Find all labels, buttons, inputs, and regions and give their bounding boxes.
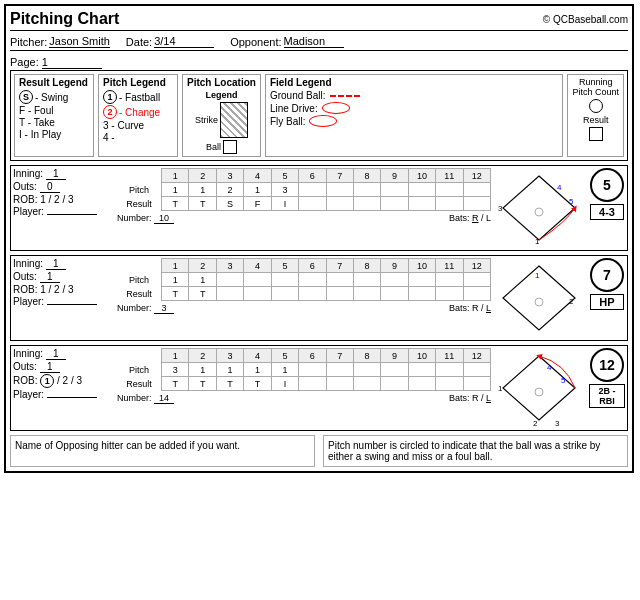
ground-ball-line xyxy=(330,95,360,97)
field-legend: Field Legend Ground Ball: Line Drive: Fl… xyxy=(265,74,564,157)
number-box-1: 5 4-3 xyxy=(589,168,625,248)
opponent-field: Opponent: Madison xyxy=(230,35,343,48)
legends-row: Result Legend S - Swing F - Foul T - Tak… xyxy=(10,70,628,161)
svg-point-7 xyxy=(535,298,543,306)
line-drive-oval xyxy=(322,102,350,114)
change-circle: 2 xyxy=(103,105,117,119)
svg-text:2: 2 xyxy=(569,297,574,306)
inning-number-2: 7 xyxy=(590,258,624,292)
result-text-2: HP xyxy=(590,294,624,310)
diamond-svg-2: 1 2 xyxy=(495,258,583,336)
pitch-location-title: Pitch Location xyxy=(187,77,256,88)
inning-left-1: Inning: 1 Outs: 0 ROB: 1 / 2 / 3 Player: xyxy=(13,168,113,248)
copyright: © QCBaseball.com xyxy=(543,14,628,25)
result-legend-title: Result Legend xyxy=(19,77,89,88)
result-label-text: Result xyxy=(583,115,609,125)
svg-text:1: 1 xyxy=(498,384,503,393)
svg-text:5: 5 xyxy=(561,376,566,385)
svg-point-1 xyxy=(535,208,543,216)
result-legend: Result Legend S - Swing F - Foul T - Tak… xyxy=(14,74,94,157)
legend-inplay: I - In Play xyxy=(19,129,89,140)
fastball-circle: 1 xyxy=(103,90,117,104)
pitch-location-legend: Pitch Location Legend Strike Ball xyxy=(182,74,261,157)
annotation-hitter: Name of Opposing hitter can be added if … xyxy=(10,435,315,467)
strike-zone-diagram xyxy=(220,102,248,138)
pitcher-value: Jason Smith xyxy=(49,35,110,48)
number-box-2: 7 HP xyxy=(589,258,625,338)
info-row: Pitcher: Jason Smith Date: 3/14 Opponent… xyxy=(10,33,628,51)
inning-grid-1: 123456789101112 Pitch 11213 Result TTSFI… xyxy=(117,168,491,248)
fly-ball-legend: Fly Ball: xyxy=(270,115,559,127)
inning-block-1: Inning: 1 Outs: 0 ROB: 1 / 2 / 3 Player:… xyxy=(10,165,628,251)
date-value: 3/14 xyxy=(154,35,214,48)
pitch-grid-1: 123456789101112 Pitch 11213 Result TTSFI xyxy=(117,168,491,211)
pitch-fastball: 1 - Fastball xyxy=(103,90,173,104)
opponent-value: Madison xyxy=(284,35,344,48)
annotations: Name of Opposing hitter can be added if … xyxy=(10,435,628,467)
chart-header: Pitching Chart © QCBaseball.com xyxy=(10,10,628,31)
pitch-grid-3: 123456789101112 Pitch 31111 Result TTTTI xyxy=(117,348,491,391)
inning-grid-2: 123456789101112 Pitch 11 Result TT Numbe… xyxy=(117,258,491,338)
running-pitch-count: RunningPitch Count Result xyxy=(567,74,624,157)
result-text-3: 2B - RBI xyxy=(589,384,625,408)
diamond-2: 1 2 xyxy=(495,258,585,338)
fly-ball-oval xyxy=(309,115,337,127)
svg-text:5: 5 xyxy=(569,197,574,206)
pitch-curve: 3 - Curve xyxy=(103,120,173,131)
inning-number-1: 5 xyxy=(590,168,624,202)
ground-ball-legend: Ground Ball: xyxy=(270,90,559,101)
svg-text:3: 3 xyxy=(498,204,503,213)
result-text-1: 4-3 xyxy=(590,204,624,220)
swing-circle: S xyxy=(19,90,33,104)
svg-point-11 xyxy=(535,388,543,396)
pitch-grid-2: 123456789101112 Pitch 11 Result TT xyxy=(117,258,491,301)
inning-grid-3: 123456789101112 Pitch 31111 Result TTTTI… xyxy=(117,348,491,428)
pitch-4: 4 - xyxy=(103,132,173,143)
diamond-3: 4 5 2 3 1 xyxy=(495,348,585,428)
inning-left-2: Inning: 1 Outs: 1 ROB: 1 / 2 / 3 Player: xyxy=(13,258,113,338)
diamond-svg-1: 1 3 4 5 xyxy=(495,168,583,246)
pitcher-field: Pitcher: Jason Smith xyxy=(10,35,110,48)
pitch-change: 2 - Change xyxy=(103,105,173,119)
result-square xyxy=(589,127,603,141)
pitch-legend-title: Pitch Legend xyxy=(103,77,173,88)
page-row: Page: 1 xyxy=(10,55,628,70)
inning-block-2: Inning: 1 Outs: 1 ROB: 1 / 2 / 3 Player:… xyxy=(10,255,628,341)
inning-left-3: Inning: 1 Outs: 1 ROB: 1 / 2 / 3 Player: xyxy=(13,348,113,428)
legend-swing: S - Swing xyxy=(19,90,89,104)
inning-number-3: 12 xyxy=(590,348,624,382)
diamond-1: 1 3 4 5 xyxy=(495,168,585,248)
annotation-pitch: Pitch number is circled to indicate that… xyxy=(323,435,628,467)
pitch-legend: Pitch Legend 1 - Fastball 2 - Change 3 -… xyxy=(98,74,178,157)
svg-text:4: 4 xyxy=(557,183,562,192)
page-value: 1 xyxy=(42,56,102,69)
line-drive-legend: Line Drive: xyxy=(270,102,559,114)
svg-text:2: 2 xyxy=(533,419,538,426)
ball-zone-diagram xyxy=(223,140,237,154)
field-legend-title: Field Legend xyxy=(270,77,559,88)
legend-take: T - Take xyxy=(19,117,89,128)
svg-text:1: 1 xyxy=(535,237,540,246)
inning-block-3: Inning: 1 Outs: 1 ROB: 1 / 2 / 3 Player:… xyxy=(10,345,628,431)
diamond-svg-3: 4 5 2 3 1 xyxy=(495,348,583,426)
running-pitch-circle xyxy=(589,99,603,113)
pitching-chart: Pitching Chart © QCBaseball.com Pitcher:… xyxy=(4,4,634,473)
chart-title: Pitching Chart xyxy=(10,10,119,28)
number-box-3: 12 2B - RBI xyxy=(589,348,625,428)
legend-foul: F - Foul xyxy=(19,105,89,116)
svg-text:4: 4 xyxy=(547,363,552,372)
svg-text:1: 1 xyxy=(535,271,540,280)
date-field: Date: 3/14 xyxy=(126,35,214,48)
svg-text:3: 3 xyxy=(555,419,560,426)
